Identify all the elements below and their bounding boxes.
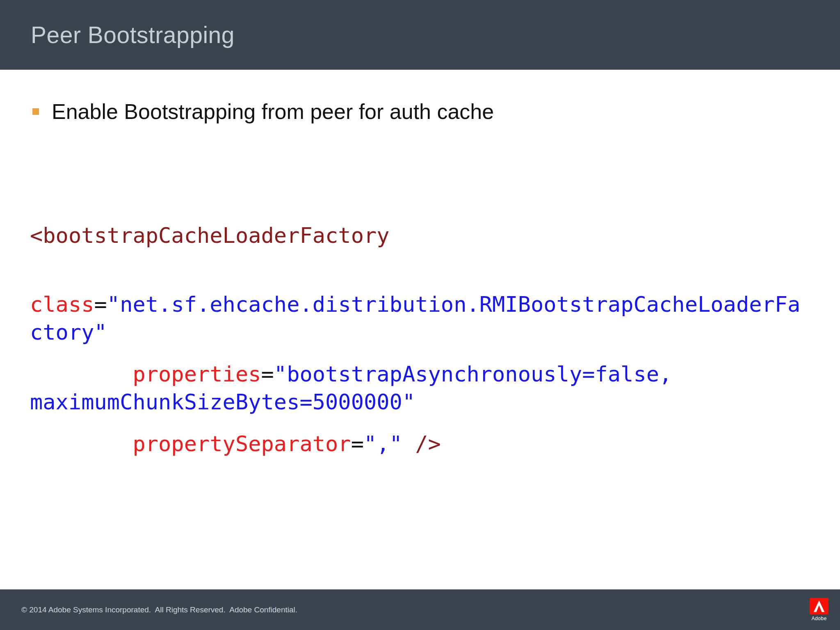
slide: Peer Bootstrapping Enable Bootstrapping …	[0, 0, 840, 630]
slide-body: Enable Bootstrapping from peer for auth …	[0, 99, 840, 458]
code-segment-plain: =	[351, 431, 364, 456]
code-line-properties-attr: properties="bootstrapAsynchronously=fals…	[30, 360, 834, 416]
code-block: <bootstrapCacheLoaderFactoryclass="net.s…	[30, 221, 834, 458]
code-segment-value: ","	[364, 431, 402, 456]
code-segment-attr: class	[30, 292, 94, 317]
code-segment-plain	[30, 362, 132, 386]
slide-footer: © 2014 Adobe Systems Incorporated. All R…	[0, 589, 840, 630]
adobe-logo: Adobe	[810, 598, 829, 621]
code-segment-attr: properties	[132, 362, 261, 386]
adobe-logo-text: Adobe	[811, 616, 826, 621]
code-segment-plain: =	[94, 292, 107, 317]
code-line-separator-attr: propertySeparator="," />	[30, 430, 834, 458]
code-segment-value: "net.sf.ehcache.distribution.RMIBootstra…	[30, 292, 800, 345]
slide-title: Peer Bootstrapping	[31, 21, 235, 48]
code-segment-attr: propertySeparator	[132, 431, 351, 456]
copyright-text: © 2014 Adobe Systems Incorporated. All R…	[21, 605, 297, 614]
code-segment-tag: <bootstrapCacheLoaderFactory	[30, 223, 390, 248]
code-line-open-tag: <bootstrapCacheLoaderFactory	[30, 221, 834, 249]
code-segment-plain	[30, 431, 132, 456]
code-segment-plain	[402, 431, 415, 456]
slide-header: Peer Bootstrapping	[0, 0, 840, 70]
adobe-a-icon	[810, 598, 829, 614]
code-segment-tag: />	[415, 431, 441, 456]
bullet-text: Enable Bootstrapping from peer for auth …	[52, 99, 494, 124]
bullet-square-icon	[32, 108, 39, 115]
bullet-item: Enable Bootstrapping from peer for auth …	[30, 99, 810, 124]
code-segment-plain: =	[261, 362, 274, 386]
code-line-class-attr: class="net.sf.ehcache.distribution.RMIBo…	[30, 290, 834, 346]
